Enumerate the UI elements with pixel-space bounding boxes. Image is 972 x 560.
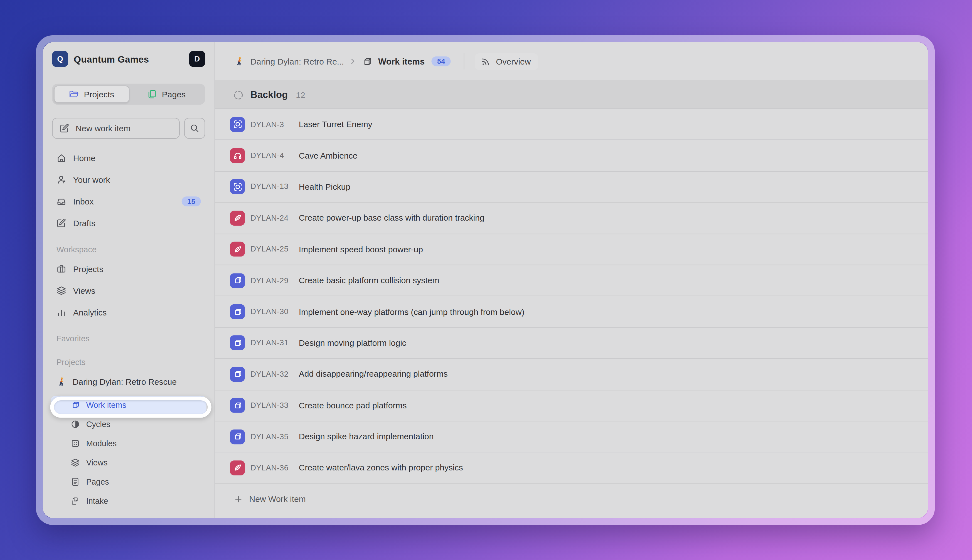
inbox-count-badge: 15 xyxy=(182,197,201,207)
work-item-title: Implement one-way platforms (can jump th… xyxy=(299,307,525,316)
work-item-title: Create basic platform collision system xyxy=(299,276,439,285)
work-item-row[interactable]: DYLAN-25 Implement speed boost power-up xyxy=(215,234,928,265)
sidebar-item-home[interactable]: Home xyxy=(52,149,205,167)
project-row-daring-dylan[interactable]: Daring Dylan: Retro Rescue xyxy=(52,372,205,391)
tab-pages[interactable]: Pages xyxy=(129,85,203,103)
sidebar-item-label: Modules xyxy=(86,439,117,448)
cube-icon xyxy=(230,304,245,319)
feather-icon xyxy=(230,242,245,257)
briefcase-icon xyxy=(57,264,67,274)
section-label-projects[interactable]: Projects xyxy=(57,357,205,368)
sidebar-item-drafts[interactable]: Drafts xyxy=(52,214,205,233)
work-item-row[interactable]: DYLAN-29 Create basic platform collision… xyxy=(215,265,928,296)
app-window: Q Quantum Games D Projects Pages xyxy=(36,35,935,525)
overview-tab[interactable]: Overview xyxy=(475,53,538,70)
tab-pages-label: Pages xyxy=(162,90,186,99)
work-item-id: DYLAN-4 xyxy=(250,151,299,160)
sidebar-item-your-work[interactable]: Your work xyxy=(52,170,205,189)
target-icon xyxy=(230,180,245,194)
work-item-row[interactable]: DYLAN-4 Cave Ambience xyxy=(215,140,928,172)
desktop-background: Q Quantum Games D Projects Pages xyxy=(0,0,972,560)
work-item-row[interactable]: DYLAN-3 Laser Turret Enemy xyxy=(215,109,928,140)
breadcrumb: Daring Dylan: Retro Re... Work items 54 … xyxy=(215,42,928,80)
workspace-switcher[interactable]: Q Quantum Games xyxy=(52,51,149,67)
sidebar-item-modules[interactable]: Modules xyxy=(52,435,205,453)
sidebar-item-label: Views xyxy=(73,286,95,295)
sidebar-item-label: Analytics xyxy=(73,308,107,317)
work-item-id: DYLAN-25 xyxy=(250,245,299,253)
work-item-list: DYLAN-3 Laser Turret Enemy DYLAN-4 Cave … xyxy=(215,109,928,484)
home-icon xyxy=(57,153,67,163)
work-item-row[interactable]: DYLAN-24 Create power-up base class with… xyxy=(215,203,928,234)
work-item-id: DYLAN-32 xyxy=(250,370,299,378)
work-item-row[interactable]: DYLAN-35 Design spike hazard implementat… xyxy=(215,422,928,453)
backlog-state-icon xyxy=(233,90,244,100)
sidebar-item-intake[interactable]: Intake xyxy=(52,492,205,510)
sidebar-item-label: Views xyxy=(86,458,108,467)
user-avatar[interactable]: D xyxy=(189,51,205,67)
work-item-title: Create power-up base class with duration… xyxy=(299,213,485,223)
work-item-title: Implement speed boost power-up xyxy=(299,245,423,254)
work-item-row[interactable]: DYLAN-30 Implement one-way platforms (ca… xyxy=(215,297,928,328)
group-count: 12 xyxy=(296,90,305,99)
work-item-row[interactable]: DYLAN-13 Health Pickup xyxy=(215,172,928,203)
work-item-title: Design moving platform logic xyxy=(299,338,406,347)
sidebar-item-cycles[interactable]: Cycles xyxy=(52,415,205,433)
folder-icon xyxy=(69,89,79,99)
workspace-name: Quantum Games xyxy=(74,54,149,64)
new-work-item-label: New work item xyxy=(76,123,130,133)
drafts-icon xyxy=(57,218,67,228)
section-label-favorites[interactable]: Favorites xyxy=(57,334,205,345)
work-items-count-badge: 54 xyxy=(432,57,451,67)
cube-icon xyxy=(230,335,245,350)
sidebar-item-inbox[interactable]: Inbox 15 xyxy=(52,192,205,211)
work-item-title: Health Pickup xyxy=(299,182,351,192)
group-title: Backlog xyxy=(250,89,288,100)
sidebar-item-views[interactable]: Views xyxy=(52,281,205,300)
work-item-row[interactable]: DYLAN-32 Add disappearing/reappearing pl… xyxy=(215,359,928,390)
sidebar-item-label: Your work xyxy=(73,175,110,184)
work-item-id: DYLAN-24 xyxy=(250,213,299,222)
work-item-row[interactable]: DYLAN-36 Create water/lava zones with pr… xyxy=(215,453,928,484)
work-item-row[interactable]: DYLAN-33 Create bounce pad platforms xyxy=(215,390,928,421)
breadcrumb-project[interactable]: Daring Dylan: Retro Re... xyxy=(250,57,343,66)
work-item-row[interactable]: DYLAN-31 Design moving platform logic xyxy=(215,328,928,359)
work-item-title: Create bounce pad platforms xyxy=(299,401,407,410)
sidebar-item-project-pages[interactable]: Pages xyxy=(52,473,205,491)
inbox-icon xyxy=(57,197,67,207)
sidebar-item-label: Home xyxy=(73,153,95,162)
work-item-id: DYLAN-33 xyxy=(250,401,299,410)
sidebar-item-analytics[interactable]: Analytics xyxy=(52,303,205,322)
layers-icon xyxy=(71,458,80,467)
analytics-icon xyxy=(57,307,67,317)
overview-label: Overview xyxy=(496,57,531,66)
sidebar-item-projects[interactable]: Projects xyxy=(52,260,205,278)
work-item-id: DYLAN-35 xyxy=(250,432,299,441)
work-items-icon xyxy=(71,400,80,410)
cube-icon xyxy=(230,273,245,288)
sidebar-item-project-views[interactable]: Views xyxy=(52,454,205,472)
main-content: Daring Dylan: Retro Re... Work items 54 … xyxy=(215,42,928,518)
sidebar-item-label: Projects xyxy=(73,264,103,273)
sidebar-item-label: Inbox xyxy=(73,197,94,206)
new-work-item-button[interactable]: New work item xyxy=(52,118,180,139)
search-button[interactable] xyxy=(184,118,205,139)
group-header-backlog[interactable]: Backlog 12 xyxy=(215,81,928,109)
work-item-title: Design spike hazard implementation xyxy=(299,432,434,441)
tab-projects[interactable]: Projects xyxy=(54,85,129,103)
user-icon xyxy=(57,175,67,185)
new-work-item-row: New work item xyxy=(52,118,205,139)
tab-projects-label: Projects xyxy=(84,90,114,99)
breadcrumb-section[interactable]: Work items xyxy=(378,57,425,67)
runner-emoji-icon xyxy=(234,57,244,67)
work-item-id: DYLAN-13 xyxy=(250,182,299,191)
layers-icon xyxy=(57,286,67,296)
sidebar-item-label: Intake xyxy=(86,496,108,505)
new-work-item-row-button[interactable]: New Work item xyxy=(215,484,928,515)
cube-icon xyxy=(230,398,245,413)
sidebar-item-work-items[interactable]: Work items xyxy=(51,396,207,414)
sidebar-segmented-tabs: Projects Pages xyxy=(52,84,205,105)
cube-icon xyxy=(230,367,245,382)
work-item-title: Cave Ambience xyxy=(299,151,358,160)
plus-icon xyxy=(234,495,242,503)
